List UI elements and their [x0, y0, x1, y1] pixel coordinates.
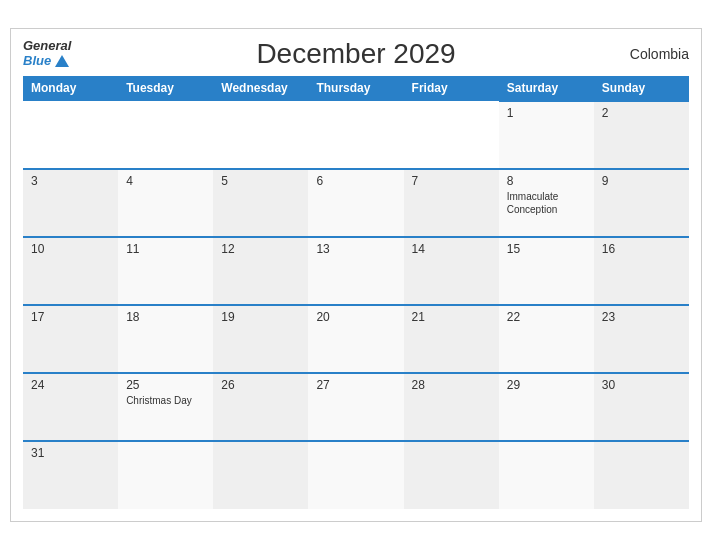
header-wednesday: Wednesday — [213, 76, 308, 101]
calendar-cell: 27 — [308, 373, 403, 441]
calendar-table: Monday Tuesday Wednesday Thursday Friday… — [23, 76, 689, 509]
weekday-header-row: Monday Tuesday Wednesday Thursday Friday… — [23, 76, 689, 101]
calendar-cell: 31 — [23, 441, 118, 509]
calendar-cell: 21 — [404, 305, 499, 373]
calendar-cell: 13 — [308, 237, 403, 305]
calendar-cell — [594, 441, 689, 509]
calendar-cell: 3 — [23, 169, 118, 237]
logo: General Blue — [23, 39, 71, 68]
day-number: 10 — [31, 242, 110, 256]
header-thursday: Thursday — [308, 76, 403, 101]
calendar-cell — [499, 441, 594, 509]
calendar-cell: 6 — [308, 169, 403, 237]
calendar-week-row: 12 — [23, 101, 689, 169]
logo-general-text: General — [23, 39, 71, 53]
calendar-cell: 10 — [23, 237, 118, 305]
calendar-cell: 30 — [594, 373, 689, 441]
day-number: 21 — [412, 310, 491, 324]
calendar-cell — [308, 441, 403, 509]
day-number: 11 — [126, 242, 205, 256]
day-number: 9 — [602, 174, 681, 188]
day-number: 14 — [412, 242, 491, 256]
day-number: 24 — [31, 378, 110, 392]
calendar-title: December 2029 — [256, 38, 455, 70]
calendar-cell — [23, 101, 118, 169]
day-number: 16 — [602, 242, 681, 256]
day-number: 6 — [316, 174, 395, 188]
calendar-cell — [213, 441, 308, 509]
day-number: 20 — [316, 310, 395, 324]
calendar-cell: 14 — [404, 237, 499, 305]
calendar-cell — [213, 101, 308, 169]
calendar-cell: 20 — [308, 305, 403, 373]
day-number: 22 — [507, 310, 586, 324]
calendar-cell — [118, 101, 213, 169]
day-number: 19 — [221, 310, 300, 324]
logo-blue-text: Blue — [23, 54, 69, 68]
header-sunday: Sunday — [594, 76, 689, 101]
day-number: 23 — [602, 310, 681, 324]
holiday-label: Christmas Day — [126, 394, 205, 407]
day-number: 31 — [31, 446, 110, 460]
calendar-header: General Blue December 2029 Colombia — [23, 39, 689, 68]
calendar-cell: 24 — [23, 373, 118, 441]
header-tuesday: Tuesday — [118, 76, 213, 101]
day-number: 17 — [31, 310, 110, 324]
country-label: Colombia — [630, 46, 689, 62]
calendar-cell: 1 — [499, 101, 594, 169]
day-number: 3 — [31, 174, 110, 188]
calendar-cell: 26 — [213, 373, 308, 441]
day-number: 7 — [412, 174, 491, 188]
calendar-cell: 8Immaculate Conception — [499, 169, 594, 237]
day-number: 5 — [221, 174, 300, 188]
calendar-cell: 23 — [594, 305, 689, 373]
day-number: 26 — [221, 378, 300, 392]
day-number: 27 — [316, 378, 395, 392]
calendar-week-row: 10111213141516 — [23, 237, 689, 305]
calendar-cell: 25Christmas Day — [118, 373, 213, 441]
logo-triangle-icon — [55, 55, 69, 67]
calendar-cell — [404, 441, 499, 509]
calendar-cell: 18 — [118, 305, 213, 373]
calendar-cell: 22 — [499, 305, 594, 373]
day-number: 4 — [126, 174, 205, 188]
calendar-container: General Blue December 2029 Colombia Mond… — [10, 28, 702, 522]
day-number: 28 — [412, 378, 491, 392]
calendar-week-row: 17181920212223 — [23, 305, 689, 373]
holiday-label: Immaculate Conception — [507, 190, 586, 216]
calendar-cell — [404, 101, 499, 169]
day-number: 18 — [126, 310, 205, 324]
calendar-cell: 12 — [213, 237, 308, 305]
calendar-cell: 4 — [118, 169, 213, 237]
calendar-cell: 11 — [118, 237, 213, 305]
calendar-cell: 19 — [213, 305, 308, 373]
calendar-cell: 7 — [404, 169, 499, 237]
header-friday: Friday — [404, 76, 499, 101]
calendar-cell: 5 — [213, 169, 308, 237]
calendar-cell: 16 — [594, 237, 689, 305]
calendar-cell: 9 — [594, 169, 689, 237]
day-number: 15 — [507, 242, 586, 256]
calendar-cell: 2 — [594, 101, 689, 169]
day-number: 2 — [602, 106, 681, 120]
header-saturday: Saturday — [499, 76, 594, 101]
calendar-cell: 15 — [499, 237, 594, 305]
day-number: 12 — [221, 242, 300, 256]
calendar-cell: 28 — [404, 373, 499, 441]
day-number: 8 — [507, 174, 586, 188]
day-number: 13 — [316, 242, 395, 256]
day-number: 25 — [126, 378, 205, 392]
calendar-cell — [118, 441, 213, 509]
day-number: 30 — [602, 378, 681, 392]
day-number: 29 — [507, 378, 586, 392]
day-number: 1 — [507, 106, 586, 120]
calendar-week-row: 345678Immaculate Conception9 — [23, 169, 689, 237]
header-monday: Monday — [23, 76, 118, 101]
calendar-cell: 17 — [23, 305, 118, 373]
calendar-week-row: 31 — [23, 441, 689, 509]
calendar-cell — [308, 101, 403, 169]
calendar-cell: 29 — [499, 373, 594, 441]
calendar-week-row: 2425Christmas Day2627282930 — [23, 373, 689, 441]
